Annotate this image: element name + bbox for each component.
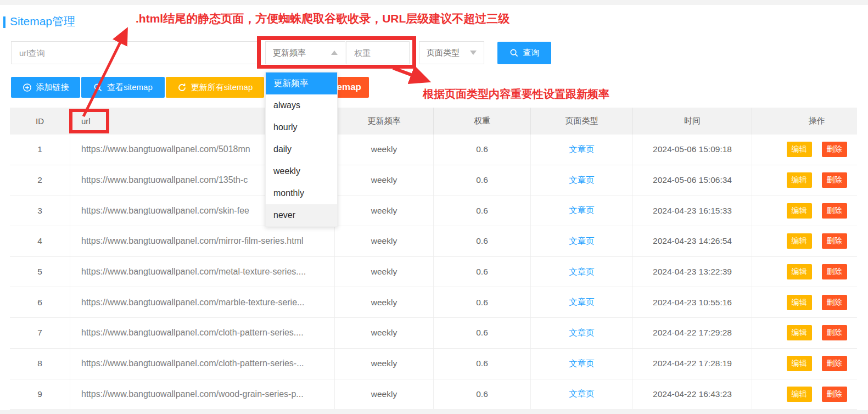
edit-button[interactable]: 编辑	[787, 387, 812, 402]
search-button[interactable]: 查询	[497, 42, 551, 64]
delete-button[interactable]: 删除	[822, 172, 847, 188]
search-icon	[509, 48, 519, 58]
bottom-edge-strip	[0, 410, 868, 414]
frequency-select[interactable]: 更新频率	[265, 41, 345, 64]
cell-page-type: 文章页	[531, 257, 633, 287]
url-search-input[interactable]	[11, 41, 258, 64]
cell-id: 1	[10, 135, 70, 165]
frequency-dropdown-option[interactable]: always	[266, 94, 337, 116]
page-type-link[interactable]: 文章页	[569, 175, 595, 186]
edit-button[interactable]: 编辑	[787, 325, 812, 340]
chevron-down-icon	[470, 51, 477, 55]
edit-button[interactable]: 编辑	[787, 295, 812, 310]
cell-url: https://www.bangtuowallpanel.com/cloth-p…	[70, 349, 335, 379]
delete-button[interactable]: 删除	[822, 264, 847, 279]
delete-button[interactable]: 删除	[822, 356, 847, 371]
add-link-button[interactable]: 添加链接	[11, 77, 80, 98]
search-button-label: 查询	[523, 48, 540, 58]
cell-id: 6	[10, 287, 70, 317]
search-icon	[93, 83, 103, 92]
table-header-row: ID url 更新频率 权重 页面类型 时间 操作	[10, 108, 857, 135]
frequency-dropdown-panel: 更新频率 always hourly daily weekly monthly …	[265, 72, 338, 227]
page-type-link[interactable]: 文章页	[569, 236, 595, 247]
cell-page-type: 文章页	[531, 349, 633, 379]
frequency-dropdown-option[interactable]: daily	[266, 138, 337, 160]
cell-operations: 编辑 删除	[752, 287, 857, 317]
cell-page-type: 文章页	[531, 379, 633, 410]
cell-weight: 0.6	[434, 195, 531, 226]
edit-button[interactable]: 编辑	[787, 172, 812, 188]
table-body: 1 https://www.bangtuowallpanel.com/5018m…	[10, 135, 857, 410]
delete-button[interactable]: 删除	[822, 295, 847, 310]
table-row: 5 https://www.bangtuowallpanel.com/metal…	[10, 257, 857, 288]
view-sitemap-label: 查看sitemap	[107, 82, 153, 93]
edit-button[interactable]: 编辑	[787, 233, 812, 249]
frequency-dropdown-option[interactable]: hourly	[266, 116, 337, 138]
edit-button[interactable]: 编辑	[787, 142, 812, 157]
cell-url: https://www.bangtuowallpanel.com/mirror-…	[70, 226, 335, 256]
cell-time: 2024-04-23 14:26:54	[633, 226, 752, 256]
cell-weight: 0.6	[434, 165, 531, 195]
cell-weight: 0.6	[434, 135, 531, 165]
edit-button[interactable]: 编辑	[787, 264, 812, 279]
update-sitemap-partial-label: emap	[337, 82, 361, 93]
header-weight: 权重	[434, 108, 531, 135]
page-title: Sitemap管理	[10, 14, 75, 29]
table-row: 7 https://www.bangtuowallpanel.com/cloth…	[10, 318, 857, 349]
table-row: 4 https://www.bangtuowallpanel.com/mirro…	[10, 226, 857, 257]
edit-button[interactable]: 编辑	[787, 203, 812, 219]
delete-button[interactable]: 删除	[822, 233, 847, 249]
cell-frequency: weekly	[335, 257, 434, 287]
page-type-link[interactable]: 文章页	[569, 327, 595, 339]
frequency-dropdown-option[interactable]: weekly	[266, 160, 337, 182]
frequency-dropdown-option[interactable]: 更新频率	[266, 72, 337, 94]
add-link-label: 添加链接	[36, 82, 69, 93]
page-type-link[interactable]: 文章页	[569, 296, 595, 308]
page-type-link[interactable]: 文章页	[569, 205, 595, 216]
page-type-select[interactable]: 页面类型	[419, 41, 484, 64]
cell-frequency: weekly	[335, 195, 434, 226]
annotation-arrow-frequency	[393, 68, 427, 81]
header-time: 时间	[633, 108, 752, 135]
table-row: 6 https://www.bangtuowallpanel.com/marbl…	[10, 287, 857, 318]
cell-id: 5	[10, 257, 70, 287]
header-id: ID	[10, 108, 70, 135]
weight-input[interactable]	[346, 41, 410, 64]
delete-button[interactable]: 删除	[822, 387, 847, 402]
cell-id: 7	[10, 318, 70, 348]
cell-url: https://www.bangtuowallpanel.com/cloth-p…	[70, 318, 335, 348]
frequency-dropdown-option[interactable]: never	[266, 204, 337, 226]
cell-weight: 0.6	[434, 287, 531, 317]
frequency-dropdown-option[interactable]: monthly	[266, 182, 337, 204]
delete-button[interactable]: 删除	[822, 325, 847, 340]
cell-weight: 0.6	[434, 257, 531, 287]
cell-operations: 编辑 删除	[752, 165, 857, 195]
sitemap-admin-page: Sitemap管理 .html结尾的静态页面，方便蜘蛛爬取谷歌收录，URL层级建…	[0, 0, 868, 414]
header-operations: 操作	[752, 108, 857, 135]
annotation-side-note: 根据页面类型内容重要性设置跟新频率	[423, 87, 609, 102]
edit-button[interactable]: 编辑	[787, 356, 812, 371]
page-type-link[interactable]: 文章页	[569, 358, 595, 370]
cell-id: 3	[10, 195, 70, 226]
cell-operations: 编辑 删除	[752, 226, 857, 256]
cell-page-type: 文章页	[531, 287, 633, 317]
page-type-link[interactable]: 文章页	[569, 266, 595, 278]
cell-frequency: weekly	[335, 165, 434, 195]
cell-time: 2024-04-23 13:22:39	[633, 257, 752, 287]
cell-id: 2	[10, 165, 70, 195]
page-type-link[interactable]: 文章页	[569, 144, 595, 155]
sitemap-table: ID url 更新频率 权重 页面类型 时间 操作 1 https://www.…	[10, 108, 857, 410]
cell-frequency: weekly	[335, 318, 434, 348]
cell-frequency: weekly	[335, 135, 434, 165]
cell-operations: 编辑 删除	[752, 257, 857, 287]
view-sitemap-button[interactable]: 查看sitemap	[81, 77, 165, 98]
cell-time: 2024-04-22 17:29:28	[633, 318, 752, 348]
delete-button[interactable]: 删除	[822, 203, 847, 219]
cell-id: 9	[10, 379, 70, 410]
update-all-sitemap-button[interactable]: 更新所有sitemap	[166, 77, 264, 98]
delete-button[interactable]: 删除	[822, 142, 847, 157]
page-type-link[interactable]: 文章页	[569, 388, 595, 400]
annotation-top-note: .html结尾的静态页面，方便蜘蛛爬取谷歌收录，URL层级建议不超过三级	[136, 11, 509, 26]
cell-page-type: 文章页	[531, 135, 633, 165]
cell-id: 4	[10, 226, 70, 256]
